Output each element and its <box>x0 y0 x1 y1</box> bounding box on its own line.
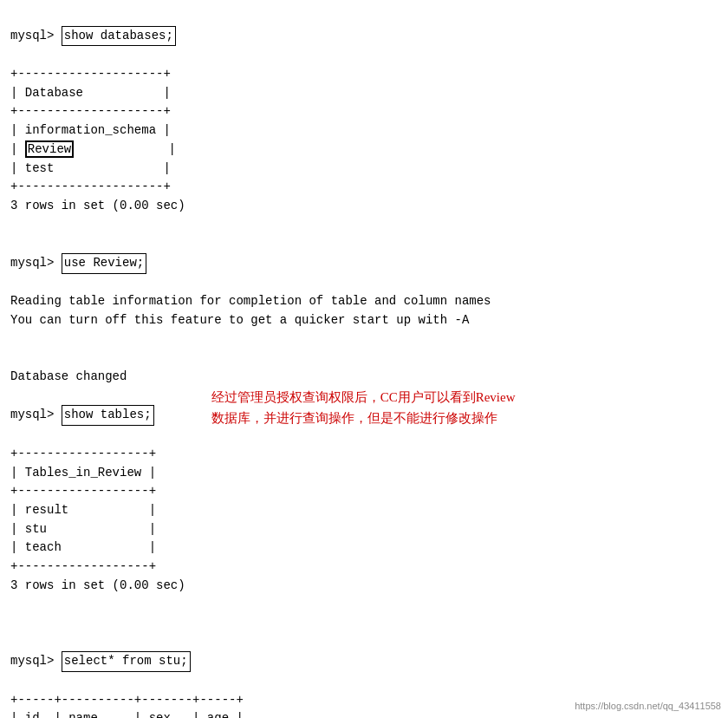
table-stu: | stu | <box>10 522 156 536</box>
db-test: | test | <box>10 161 171 175</box>
watermark: https://blog.csdn.net/qq_43411558 <box>575 699 721 714</box>
show-databases-line: mysql> show databases; <box>10 26 718 47</box>
select-line: mysql> select* from stu; <box>10 651 718 672</box>
use-review-cmd: use Review; <box>62 253 146 274</box>
show-tables-cmd: show tables; <box>62 405 154 426</box>
table-result: | result | <box>10 503 156 517</box>
prompt-3: mysql> <box>10 406 62 425</box>
reading-info-line: Reading table information for completion… <box>10 294 491 308</box>
db-information-schema: | information_schema | <box>10 123 171 137</box>
prompt-4: mysql> <box>10 652 62 671</box>
db-review-highlighted: Review <box>25 140 74 158</box>
database-header: | Database | <box>10 86 171 100</box>
separator-3: +--------------------+ <box>10 180 171 193</box>
show-tables-line: mysql> show tables; <box>10 405 185 426</box>
show-databases-cmd: show databases; <box>62 26 176 47</box>
result-1: 3 rows in set (0.00 sec) <box>10 199 185 212</box>
select-cmd: select* from stu; <box>62 651 191 672</box>
separator-5: +------------------+ <box>10 484 156 498</box>
show-tables-left: mysql> show tables; +------------------+… <box>10 387 185 614</box>
stu-header: | id | name | sex | age | <box>10 711 244 718</box>
separator-7: +-----+----------+-------+-----+ <box>10 693 244 707</box>
table-teach: | teach | <box>10 540 156 554</box>
prompt-2: mysql> <box>10 254 62 273</box>
db-review-line: | Review | <box>10 140 176 158</box>
terminal-output: mysql> show databases; +----------------… <box>10 7 718 387</box>
separator-4: +------------------+ <box>10 447 156 460</box>
db-changed: Database changed <box>10 369 127 383</box>
tables-header: | Tables_in_Review | <box>10 466 156 480</box>
turn-off-line: You can turn off this feature to get a q… <box>10 313 469 327</box>
blank-2 <box>10 350 17 364</box>
separator-2: +--------------------+ <box>10 104 171 118</box>
separator-6: +------------------+ <box>10 559 156 573</box>
annotation-text: 经过管理员授权查询权限后，CC用户可以看到Review数据库，并进行查询操作，但… <box>211 387 523 428</box>
use-review-line: mysql> use Review; <box>10 253 718 274</box>
separator-1: +--------------------+ <box>10 67 171 81</box>
blank-1 <box>10 236 17 250</box>
prompt-1: mysql> <box>10 27 62 46</box>
result-2: 3 rows in set (0.00 sec) <box>10 578 185 592</box>
show-tables-section: mysql> show tables; +------------------+… <box>10 387 718 614</box>
